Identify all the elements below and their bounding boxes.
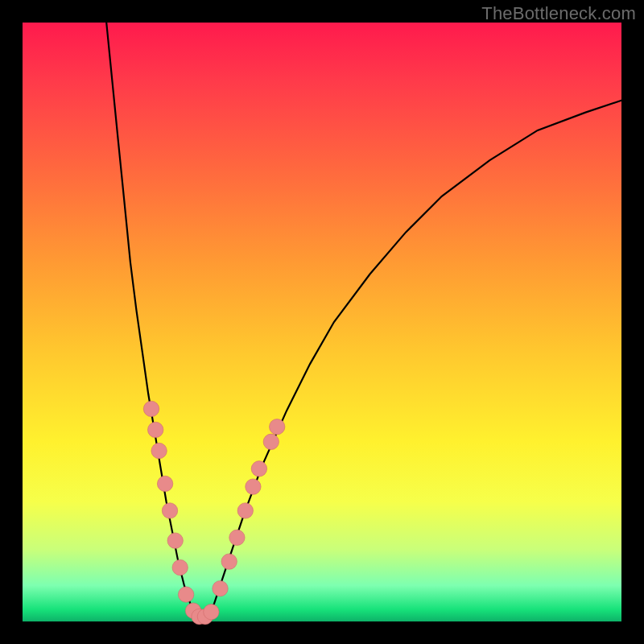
data-marker	[221, 554, 237, 569]
data-marker	[151, 443, 167, 458]
chart-frame: TheBottleneck.com	[0, 0, 644, 644]
data-marker	[237, 503, 253, 518]
data-marker	[204, 604, 219, 619]
data-marker	[172, 559, 188, 575]
plot-area	[23, 23, 621, 621]
chart-svg	[23, 23, 621, 621]
watermark-label: TheBottleneck.com	[481, 3, 636, 24]
data-marker	[157, 476, 172, 491]
data-marker	[162, 503, 177, 518]
data-marker	[143, 401, 159, 416]
data-marker	[213, 580, 228, 596]
data-marker	[229, 530, 245, 545]
data-marker	[246, 479, 261, 494]
data-marker	[148, 422, 163, 437]
bottleneck-curve	[106, 23, 621, 621]
data-marker	[167, 533, 183, 548]
marker-group	[143, 401, 285, 625]
data-marker	[263, 434, 279, 449]
data-marker	[270, 419, 285, 435]
data-marker	[178, 587, 193, 602]
data-marker	[251, 461, 266, 477]
